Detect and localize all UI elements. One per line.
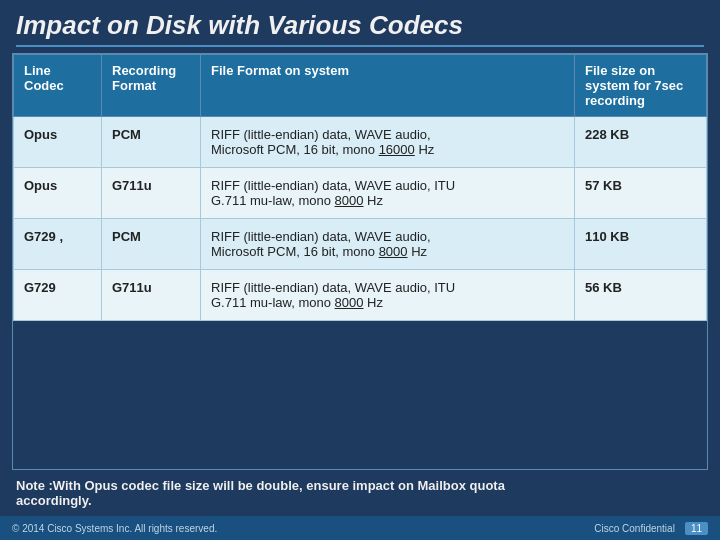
note-text: Note :With Opus codec file size will be …: [16, 478, 505, 508]
page: Impact on Disk with Various Codecs LineC…: [0, 0, 720, 540]
cell-fileformat-2: RIFF (little-endian) data, WAVE audio, I…: [201, 168, 575, 219]
footer-right: Cisco Confidential 11: [594, 522, 708, 535]
cell-codec-1: Opus: [14, 117, 102, 168]
table-container: LineCodec Recording Format File Format o…: [12, 53, 708, 470]
header-recording: Recording Format: [102, 55, 201, 117]
footer-copyright: © 2014 Cisco Systems Inc. All rights res…: [12, 523, 217, 534]
cell-codec-3: G729 ,: [14, 219, 102, 270]
cell-recording-4: G711u: [102, 270, 201, 321]
footer-confidential: Cisco Confidential: [594, 523, 675, 534]
note-strong-2: accordingly.: [16, 493, 92, 508]
table-row: Opus G711u RIFF (little-endian) data, WA…: [14, 168, 707, 219]
page-number: 11: [685, 522, 708, 535]
header-codec: LineCodec: [14, 55, 102, 117]
hz-value-1: 16000: [379, 142, 415, 157]
cell-filesize-2: 57 KB: [575, 168, 707, 219]
hz-value-2: 8000: [335, 193, 364, 208]
note-bar: Note :With Opus codec file size will be …: [0, 470, 720, 516]
cell-recording-1: PCM: [102, 117, 201, 168]
cell-codec-4: G729: [14, 270, 102, 321]
table-row: Opus PCM RIFF (little-endian) data, WAVE…: [14, 117, 707, 168]
codecs-table: LineCodec Recording Format File Format o…: [13, 54, 707, 321]
cell-fileformat-1: RIFF (little-endian) data, WAVE audio, M…: [201, 117, 575, 168]
table-row: G729 G711u RIFF (little-endian) data, WA…: [14, 270, 707, 321]
header-fileformat: File Format on system: [201, 55, 575, 117]
cell-fileformat-4: RIFF (little-endian) data, WAVE audio, I…: [201, 270, 575, 321]
table-header-row: LineCodec Recording Format File Format o…: [14, 55, 707, 117]
title-bar: Impact on Disk with Various Codecs: [0, 0, 720, 53]
footer: © 2014 Cisco Systems Inc. All rights res…: [0, 516, 720, 540]
hz-value-4: 8000: [335, 295, 364, 310]
cell-recording-3: PCM: [102, 219, 201, 270]
page-title: Impact on Disk with Various Codecs: [16, 10, 704, 47]
cell-codec-2: Opus: [14, 168, 102, 219]
header-filesize: File size on system for 7sec recording: [575, 55, 707, 117]
table-row: G729 , PCM RIFF (little-endian) data, WA…: [14, 219, 707, 270]
note-strong: Note :With Opus codec file size will be …: [16, 478, 505, 493]
hz-value-3: 8000: [379, 244, 408, 259]
cell-filesize-3: 110 KB: [575, 219, 707, 270]
cell-fileformat-3: RIFF (little-endian) data, WAVE audio, M…: [201, 219, 575, 270]
cell-filesize-1: 228 KB: [575, 117, 707, 168]
cell-recording-2: G711u: [102, 168, 201, 219]
cell-filesize-4: 56 KB: [575, 270, 707, 321]
